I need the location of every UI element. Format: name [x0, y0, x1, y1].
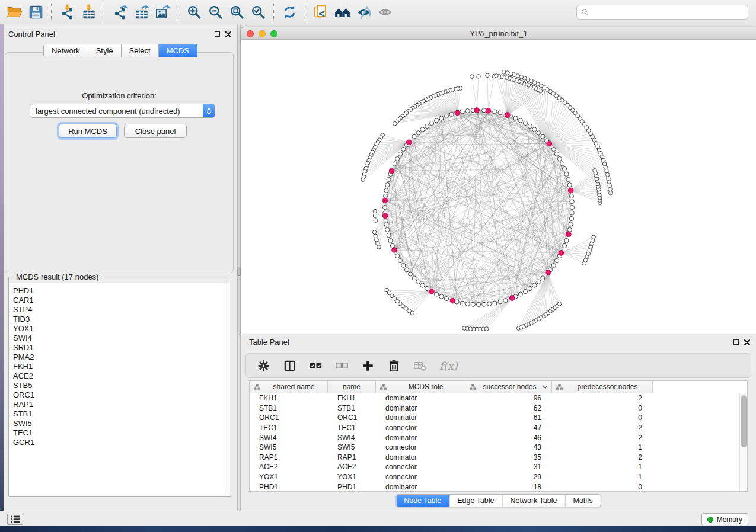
- table-row[interactable]: SWI4SWI4dominator462: [250, 432, 739, 443]
- network-node[interactable]: [570, 200, 574, 204]
- columns-button[interactable]: [283, 359, 296, 373]
- network-node[interactable]: [460, 301, 464, 305]
- zoom-fit-button[interactable]: [226, 2, 247, 21]
- network-node[interactable]: [377, 245, 381, 249]
- uncheck-pair-button[interactable]: [335, 359, 349, 373]
- network-node[interactable]: [471, 302, 475, 306]
- network-node[interactable]: [383, 194, 387, 198]
- network-node[interactable]: [567, 183, 572, 187]
- mcds-result-item[interactable]: ORC1: [13, 390, 230, 400]
- mcds-result-item[interactable]: STB1: [13, 409, 230, 419]
- network-node[interactable]: [398, 152, 402, 156]
- table-row[interactable]: ACE2ACE2connector311: [250, 462, 739, 472]
- table-row[interactable]: TEC1TEC1connector472: [250, 423, 739, 433]
- zoom-in-button[interactable]: [183, 2, 205, 21]
- network-node[interactable]: [444, 114, 448, 118]
- mcds-node[interactable]: [505, 113, 511, 118]
- network-node[interactable]: [385, 227, 390, 232]
- tab-motifs[interactable]: Motifs: [564, 495, 600, 507]
- search-input[interactable]: [592, 7, 744, 17]
- network-node[interactable]: [412, 134, 416, 139]
- network-node[interactable]: [532, 283, 537, 287]
- network-node[interactable]: [429, 121, 433, 125]
- network-node[interactable]: [401, 147, 406, 151]
- mcds-node[interactable]: [450, 298, 455, 303]
- network-node[interactable]: [385, 183, 390, 187]
- table-row[interactable]: ORC1ORC1dominator610: [250, 413, 739, 423]
- network-node[interactable]: [493, 301, 497, 305]
- mcds-node[interactable]: [509, 296, 515, 301]
- network-node[interactable]: [444, 297, 448, 301]
- network-node[interactable]: [605, 172, 610, 177]
- network-node[interactable]: [537, 280, 541, 284]
- close-panel-button[interactable]: Close panel: [124, 124, 187, 138]
- network-node[interactable]: [449, 112, 454, 116]
- network-node[interactable]: [375, 238, 379, 242]
- network-node[interactable]: [592, 235, 596, 239]
- network-node[interactable]: [401, 263, 406, 267]
- network-node[interactable]: [486, 73, 490, 78]
- network-node[interactable]: [439, 294, 444, 299]
- mcds-node[interactable]: [392, 248, 397, 253]
- network-node[interactable]: [482, 302, 486, 306]
- table-row[interactable]: RAP1RAP1dominator352: [250, 453, 739, 463]
- network-node[interactable]: [551, 147, 556, 151]
- import-network-button[interactable]: [56, 2, 78, 21]
- network-node[interactable]: [412, 276, 416, 280]
- export-network-button[interactable]: [109, 2, 130, 21]
- network-node[interactable]: [528, 286, 532, 290]
- trash-button[interactable]: [387, 359, 401, 373]
- network-node[interactable]: [557, 302, 562, 306]
- network-node[interactable]: [570, 211, 574, 215]
- network-node[interactable]: [410, 311, 414, 315]
- network-node[interactable]: [439, 116, 444, 120]
- tab-network[interactable]: Network: [43, 44, 88, 57]
- mcds-result-item[interactable]: YOX1: [13, 324, 230, 334]
- mcds-result-item[interactable]: STP4: [13, 305, 230, 315]
- network-window-titlebar[interactable]: YPA_prune.txt_1: [241, 27, 756, 40]
- mcds-node[interactable]: [389, 168, 394, 174]
- network-node[interactable]: [372, 230, 377, 235]
- tab-node-table[interactable]: Node Table: [396, 495, 449, 507]
- column-header-MCDS-role[interactable]: MCDS role: [376, 381, 465, 393]
- memory-button[interactable]: Memory: [701, 513, 748, 525]
- network-node[interactable]: [560, 162, 564, 166]
- network-node[interactable]: [569, 216, 573, 220]
- network-node[interactable]: [465, 302, 470, 306]
- mcds-result-item[interactable]: TID3: [13, 315, 230, 324]
- network-node[interactable]: [523, 121, 527, 125]
- import-table-button[interactable]: [78, 2, 99, 21]
- network-node[interactable]: [608, 191, 613, 195]
- network-node[interactable]: [498, 300, 502, 304]
- table-row[interactable]: YOX1YOX1connector291: [250, 472, 739, 482]
- mcds-result-item[interactable]: CAR1: [13, 296, 230, 305]
- network-node[interactable]: [408, 272, 412, 276]
- network-node[interactable]: [487, 302, 492, 306]
- mcds-result-item[interactable]: SWI4: [13, 334, 230, 343]
- mcds-list-scrollbar[interactable]: [224, 283, 230, 496]
- save-session-button[interactable]: [25, 2, 46, 21]
- first-neighbors-button[interactable]: [331, 2, 353, 21]
- network-node[interactable]: [608, 184, 612, 188]
- mcds-node[interactable]: [382, 198, 388, 203]
- network-node[interactable]: [551, 263, 556, 267]
- network-from-selection-button[interactable]: [310, 2, 331, 21]
- mcds-node[interactable]: [568, 188, 573, 193]
- network-node[interactable]: [482, 108, 486, 113]
- table-row[interactable]: PHD1PHD1dominator180: [250, 482, 739, 492]
- network-node[interactable]: [384, 188, 388, 193]
- network-node[interactable]: [465, 109, 470, 113]
- search-box[interactable]: [576, 5, 748, 20]
- zoom-selected-button[interactable]: [247, 2, 269, 21]
- network-node[interactable]: [420, 283, 425, 287]
- network-node[interactable]: [387, 233, 391, 237]
- gear-button[interactable]: [257, 359, 270, 373]
- network-node[interactable]: [373, 214, 377, 218]
- network-node[interactable]: [557, 156, 562, 161]
- network-node[interactable]: [420, 127, 425, 132]
- network-node[interactable]: [607, 177, 611, 181]
- network-node[interactable]: [425, 124, 429, 128]
- network-node[interactable]: [374, 219, 378, 223]
- run-mcds-button[interactable]: Run MCDS: [59, 124, 117, 138]
- network-node[interactable]: [564, 172, 569, 176]
